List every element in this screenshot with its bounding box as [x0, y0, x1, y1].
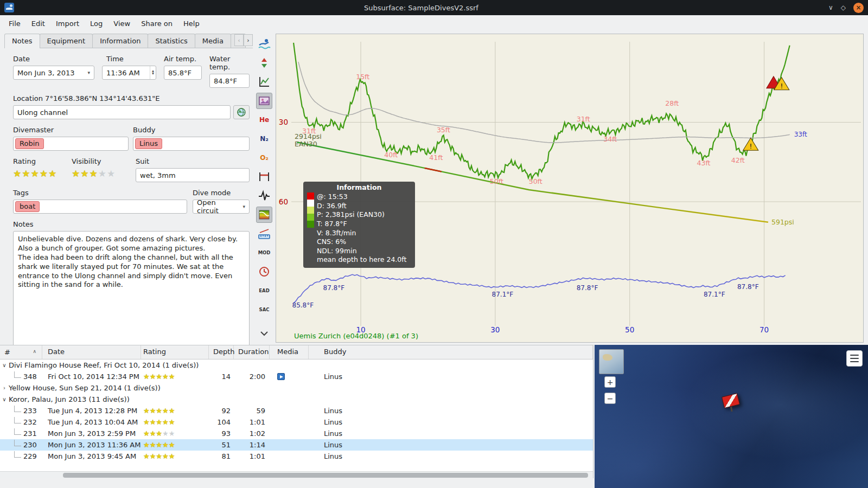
tab-scroll-right-button[interactable]: ›	[244, 34, 253, 46]
date-dropdown[interactable]: Mon Jun 3, 2013▾	[13, 66, 94, 80]
tab-media[interactable]: Media	[195, 34, 231, 48]
map-zoom-out-button[interactable]: −	[604, 393, 616, 404]
tree-connector	[14, 417, 21, 423]
dive-computer-icon[interactable]	[256, 36, 272, 52]
trip-row[interactable]: ∨Koror, Palau, Jun 2013 (11 dive(s))	[0, 394, 593, 405]
menu-log[interactable]: Log	[85, 17, 108, 30]
svg-text:591psi: 591psi	[771, 218, 794, 226]
close-button[interactable]: ×	[853, 3, 864, 13]
dive-row[interactable]: 230Mon Jun 3, 2013 11:36 AM★★★★★511:14Li…	[0, 439, 593, 451]
menu-file[interactable]: File	[3, 17, 26, 30]
menu-help[interactable]: Help	[178, 17, 205, 30]
star-rating[interactable]: ★★★★★	[72, 170, 116, 178]
sort-ascending-icon: ∧	[33, 349, 36, 354]
heart-rate-toggle-icon[interactable]	[256, 188, 272, 204]
tag-chip[interactable]: boat	[15, 201, 40, 213]
ruler-toggle-icon[interactable]	[256, 226, 272, 242]
dive-row[interactable]: 229Mon Jun 3, 2013 9:45 AM★★★★★811:01Lin…	[0, 451, 593, 462]
media-photo-icon[interactable]	[277, 373, 285, 380]
star-rating[interactable]: ★★★★★	[143, 407, 175, 415]
pp-o2-toggle[interactable]: O₂	[256, 150, 272, 166]
dive-row[interactable]: 348Fri Oct 10, 2014 12:34 PM★★★★★142:00L…	[0, 371, 593, 382]
column-header-depth[interactable]: Depth	[209, 345, 234, 359]
toolbar-scroll-down[interactable]	[256, 325, 272, 342]
menu-view[interactable]: View	[108, 17, 136, 30]
scrollbar-thumb[interactable]	[63, 473, 588, 478]
star-filled-icon: ★	[156, 429, 162, 438]
dive-row[interactable]: 231Mon Jun 3, 2013 2:59 PM★★★★★931:02Lin…	[0, 428, 593, 439]
location-label: Location 7°16'58.386"N 134°14'43.631"E	[13, 94, 250, 102]
svg-text:28ft: 28ft	[665, 99, 679, 107]
column-header-num[interactable]: #∧	[0, 345, 42, 359]
deco-time-toggle-icon[interactable]	[256, 264, 272, 280]
horizontal-scrollbar[interactable]	[0, 471, 593, 478]
map-overview-thumbnail[interactable]	[599, 349, 624, 374]
star-rating[interactable]: ★★★★★	[143, 418, 175, 426]
map-menu-button[interactable]	[846, 350, 863, 367]
zoom-reset-icon[interactable]	[256, 55, 272, 71]
tab-scroll-left-button[interactable]: ‹	[234, 34, 244, 46]
tab-equipment[interactable]: Equipment	[40, 34, 93, 48]
map-zoom-in-button[interactable]: +	[604, 376, 616, 388]
divemode-dropdown[interactable]: Open circuit▾	[193, 200, 250, 214]
mod-toggle[interactable]: MOD	[256, 245, 272, 261]
dive-site-flag-marker[interactable]	[722, 393, 740, 409]
column-header-date[interactable]: Date	[42, 345, 141, 359]
tags-field[interactable]: boat	[13, 200, 187, 214]
menu-import[interactable]: Import	[50, 17, 85, 30]
maximize-button[interactable]: ◇	[841, 4, 846, 11]
star-rating[interactable]: ★★★★★	[143, 441, 175, 449]
minimize-button[interactable]: ∨	[828, 4, 833, 11]
time-spinner[interactable]: 11:36 AM ▴▾	[102, 66, 156, 80]
spinner-arrows-icon[interactable]: ▴▾	[150, 66, 154, 79]
airtemp-field[interactable]: 85.8°F	[164, 66, 202, 80]
dive-map[interactable]: + −	[595, 345, 868, 488]
dive-row[interactable]: 233Tue Jun 4, 2013 12:28 PM★★★★★9259Linu…	[0, 405, 593, 416]
star-filled-icon: ★	[150, 452, 156, 460]
column-header-rating[interactable]: Rating	[141, 345, 209, 359]
star-empty-icon: ★	[162, 429, 169, 438]
suit-field[interactable]: wet, 3mm	[136, 168, 250, 182]
tab-information[interactable]: Information	[92, 34, 148, 48]
svg-text:50: 50	[625, 325, 634, 334]
pp-n2-toggle[interactable]: N₂	[256, 131, 272, 147]
sac-toggle[interactable]: SAC	[256, 301, 272, 318]
globe-button[interactable]	[233, 105, 250, 119]
notes-textarea[interactable]: Unbelievable dive. Dozens and dozens of …	[13, 231, 250, 357]
trip-row[interactable]: ›Yellow House, Sun Sep 21, 2014 (1 dive(…	[0, 382, 593, 394]
star-rating[interactable]: ★★★★★	[143, 452, 175, 460]
trip-row[interactable]: ∨Divi Flamingo House Reef, Fri Oct 10, 2…	[0, 359, 593, 371]
dive-profile-chart[interactable]: 33ft30601030507031ft15ft40ft41ft35ft50ft…	[276, 34, 864, 343]
dive-depth: 81	[209, 452, 234, 460]
star-rating[interactable]: ★★★★★	[143, 429, 175, 438]
photos-toggle-icon[interactable]	[256, 93, 272, 109]
location-field[interactable]: Ulong channel	[13, 105, 231, 119]
divemaster-field[interactable]: Robin	[13, 137, 129, 151]
star-rating[interactable]: ★★★★★	[13, 170, 57, 178]
divemaster-chip[interactable]: Robin	[15, 138, 44, 150]
column-header-media[interactable]: Media	[270, 345, 309, 359]
dive-duration: 2:00	[234, 373, 270, 381]
column-header-buddy[interactable]: Buddy	[309, 345, 593, 359]
tab-notes[interactable]: Notes	[4, 34, 40, 48]
tab-statistics[interactable]: Statistics	[148, 34, 195, 48]
scale-toggle-icon[interactable]	[256, 74, 272, 90]
menu-edit[interactable]: Edit	[26, 17, 50, 30]
ead-toggle[interactable]: EAD	[256, 282, 272, 299]
expand-icon[interactable]: ›	[0, 385, 9, 391]
collapse-icon[interactable]: ∨	[0, 362, 9, 368]
infobox-line: CNS: 6%	[317, 237, 406, 247]
tissues-toggle-icon[interactable]	[256, 207, 272, 223]
buddy-field[interactable]: Linus	[133, 137, 250, 151]
dive-row[interactable]: 232Tue Jun 4, 2013 10:04 AM★★★★★1041:01L…	[0, 416, 593, 428]
star-filled-icon: ★	[162, 418, 169, 426]
menu-share-on[interactable]: Share on	[136, 17, 178, 30]
watertemp-field[interactable]: 84.8°F	[209, 74, 250, 88]
buddy-chip[interactable]: Linus	[135, 138, 162, 150]
star-rating[interactable]: ★★★★★	[143, 373, 175, 381]
column-header-duration[interactable]: Duration	[234, 345, 270, 359]
svg-text:87.8°F: 87.8°F	[737, 283, 759, 291]
pp-he-toggle[interactable]: He	[256, 112, 272, 128]
collapse-icon[interactable]: ∨	[0, 396, 9, 402]
dc-ceiling-toggle-icon[interactable]	[256, 169, 272, 185]
